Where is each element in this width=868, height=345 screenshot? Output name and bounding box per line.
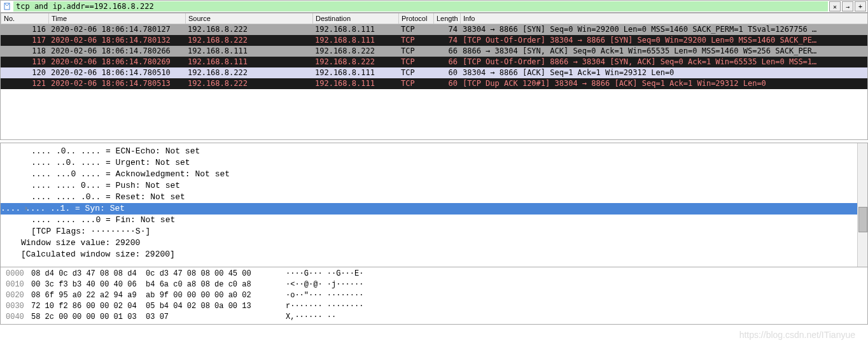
packet-row[interactable]: 1172020-02-06 18:06:14.780132192.168.8.2… bbox=[1, 35, 867, 46]
packet-list-pane: No. Time Source Destination Protocol Len… bbox=[0, 13, 868, 140]
filter-bar: ✕ → + bbox=[0, 0, 868, 13]
packet-details-tree[interactable]: .... .0.. .... = ECN-Echo: Not set.... .… bbox=[1, 143, 867, 263]
col-header-source[interactable]: Source bbox=[185, 13, 312, 24]
col-header-info[interactable]: Info bbox=[460, 13, 867, 24]
tree-line[interactable]: .... .... .0.. = Reset: Not set bbox=[31, 192, 867, 203]
tree-line[interactable]: .... .0.. .... = ECN-Echo: Not set bbox=[31, 146, 867, 157]
col-header-time[interactable]: Time bbox=[48, 13, 185, 24]
tree-line[interactable]: .... ..0. .... = Urgent: Not set bbox=[31, 157, 867, 169]
packet-row[interactable]: 1212020-02-06 18:06:14.780513192.168.8.2… bbox=[1, 78, 867, 89]
col-header-length[interactable]: Length bbox=[433, 13, 460, 24]
hex-row[interactable]: 004058 2c 00 00 00 00 01 03 03 07X,·····… bbox=[6, 312, 862, 323]
tree-line[interactable]: [TCP Flags: ·········S·] bbox=[31, 226, 867, 237]
hex-row[interactable]: 000008 d4 0c d3 47 08 08 d4 0c d3 47 08 … bbox=[6, 269, 862, 279]
tree-line[interactable]: Window size value: 29200 bbox=[21, 237, 867, 249]
packet-row[interactable]: 1192020-02-06 18:06:14.780269192.168.8.1… bbox=[1, 57, 867, 67]
tree-line[interactable]: [Calculated window size: 29200] bbox=[21, 249, 867, 260]
tree-line[interactable]: .... ...0 .... = Acknowledgment: Not set bbox=[31, 169, 867, 180]
bookmark-icon[interactable] bbox=[2, 1, 12, 11]
tree-line[interactable]: .... .... 0... = Push: Not set bbox=[31, 180, 867, 192]
col-header-protocol[interactable]: Protocol bbox=[398, 13, 433, 24]
packet-details-pane: .... .0.. .... = ECN-Echo: Not set.... .… bbox=[0, 143, 868, 267]
filter-add-button[interactable]: + bbox=[855, 1, 866, 11]
hex-row[interactable]: 002008 6f 95 a0 22 a2 94 a9 ab 9f 00 00 … bbox=[6, 290, 862, 301]
packet-row[interactable]: 1182020-02-06 18:06:14.780266192.168.8.1… bbox=[1, 46, 867, 57]
filter-apply-button[interactable]: → bbox=[842, 1, 853, 11]
col-header-no[interactable]: No. bbox=[1, 13, 48, 24]
hex-row[interactable]: 001000 3c f3 b3 40 00 40 06 b4 6a c0 a8 … bbox=[6, 279, 862, 290]
hex-row[interactable]: 003072 10 f2 86 00 00 02 04 05 b4 04 02 … bbox=[6, 301, 862, 312]
tree-line[interactable]: .... .... ...0 = Fin: Not set bbox=[31, 215, 867, 226]
packet-row[interactable]: 1202020-02-06 18:06:14.780510192.168.8.2… bbox=[1, 67, 867, 78]
packet-list-header: No. Time Source Destination Protocol Len… bbox=[1, 13, 867, 24]
display-filter-input[interactable] bbox=[13, 1, 828, 11]
filter-clear-button[interactable]: ✕ bbox=[829, 1, 841, 11]
scroll-thumb[interactable] bbox=[858, 207, 867, 232]
scrollbar[interactable] bbox=[857, 143, 867, 267]
packet-row[interactable]: 1162020-02-06 18:06:14.780127192.168.8.2… bbox=[1, 24, 867, 35]
packet-rows: 1162020-02-06 18:06:14.780127192.168.8.2… bbox=[1, 24, 867, 89]
packet-bytes-pane[interactable]: 000008 d4 0c d3 47 08 08 d4 0c d3 47 08 … bbox=[0, 267, 868, 325]
tree-line[interactable]: .... .... ..1. = Syn: Set bbox=[1, 203, 867, 215]
col-header-destination[interactable]: Destination bbox=[312, 13, 398, 24]
